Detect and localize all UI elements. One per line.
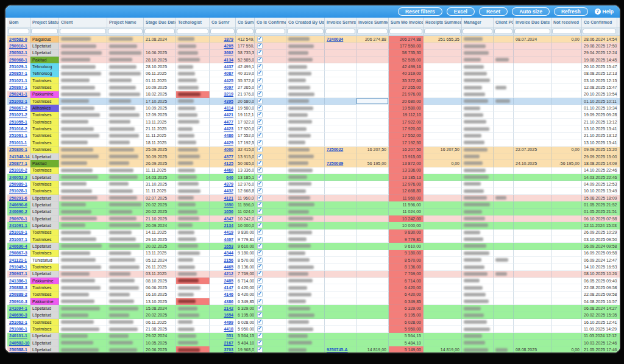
cell-client[interactable] [59,340,107,346]
cell-tech[interactable] [176,188,210,195]
checkbox-checked[interactable]: ✓ [257,140,263,145]
cell-status[interactable]: Tootmises [30,77,59,84]
cell-wo[interactable]: 17 192,50 [389,139,424,146]
cell-pname[interactable] [107,195,144,201]
cell-conf_cb[interactable]: ✓ [255,201,286,208]
cell-status[interactable]: Pakkumine [30,298,59,305]
cell-due[interactable] [514,326,551,332]
filter-input-inv_sum[interactable] [357,29,388,34]
cell-due[interactable] [514,91,551,98]
cell-tech[interactable] [176,229,210,236]
cell-stage[interactable]: 28.10.2025 [144,63,176,70]
cell-bom[interactable]: 251019-1 [7,229,30,236]
cell-notrec[interactable] [551,43,582,49]
col-header-status[interactable]: Project Status [30,18,59,27]
cell-created[interactable] [286,333,325,340]
invoice-sernr-link[interactable]: 7250022 [327,147,343,152]
cell-notrec[interactable] [551,91,582,98]
cell-conf_cb[interactable]: ✓ [255,264,286,270]
cell-tech[interactable] [176,112,210,119]
cell-sum[interactable]: 10 000,00 [236,222,255,229]
cell-bom[interactable]: 240690-2 [7,209,30,215]
co-sernr-link[interactable]: 4465 [224,265,233,269]
cell-conf[interactable]: 29.04.2025 12:24:25 [582,50,617,57]
cell-conf[interactable]: 15.08.2025 18:09:21 [582,195,617,201]
cell-notrec[interactable] [551,195,582,201]
cell-tech[interactable] [176,36,210,43]
cell-wo[interactable]: 11 024,00 [389,209,424,215]
cell-client[interactable] [59,139,107,146]
cell-inv_sum[interactable] [356,264,389,270]
co-sernr-link[interactable]: 3602 [224,51,233,55]
cell-po[interactable] [494,298,514,305]
cell-stage[interactable]: 08.10.2025 [144,278,176,284]
cell-due[interactable] [514,278,551,284]
cell-stage[interactable]: 10.05.2025 [144,340,176,346]
cell-conf[interactable]: 16.09.2025 09:58:12 [582,250,617,257]
cell-bom[interactable]: 241121-1 [7,257,30,264]
cell-tech[interactable] [176,195,210,201]
bom-link[interactable]: 251000-1 [9,327,27,331]
cell-stage[interactable]: 06.06.2025 [144,284,176,291]
cell-client[interactable] [59,153,107,160]
cell-tech[interactable] [176,160,210,167]
cell-bom[interactable]: 250888-3 [7,284,30,291]
cell-stage[interactable]: 20.02.2025 [144,209,176,215]
checkbox-checked[interactable]: ✓ [257,119,263,125]
cell-manager[interactable] [462,333,494,340]
cell-po[interactable] [494,333,514,340]
cell-sum[interactable]: 13 915,00 [236,153,255,160]
cell-sum[interactable]: 6 420,00 [236,292,255,298]
cell-due[interactable] [514,215,551,222]
cell-sum[interactable]: 177 550,00 [236,43,255,49]
cell-inv_sum[interactable] [356,71,389,77]
cell-bom[interactable]: 251055-1 [7,119,30,125]
cell-wo[interactable]: 17 552,00 [389,133,424,139]
checkbox-checked[interactable]: ✓ [257,126,263,131]
cell-due[interactable] [514,201,551,208]
cell-conf_cb[interactable]: ✓ [255,305,286,312]
cell-sernr[interactable]: 646 [210,174,236,181]
cell-conf_cb[interactable]: ✓ [255,181,286,187]
cell-conf[interactable]: 21.10.2025 13:12:17 [582,119,617,125]
cell-pname[interactable] [107,305,144,312]
cell-sum[interactable]: 8 136,00 [236,264,255,270]
cell-created[interactable] [286,312,325,319]
cell-manager[interactable] [462,153,494,160]
bom-link[interactable]: 240690-3 [9,313,27,317]
cell-rec[interactable] [424,222,462,229]
cell-status[interactable]: Lõpetatud [30,346,59,353]
cell-tech[interactable] [176,201,210,208]
co-sernr-link[interactable]: 4429 [224,141,233,145]
cell-sum[interactable]: 6 195,00 [236,312,255,319]
cell-po[interactable] [494,160,514,167]
cell-conf[interactable]: 14.03.2025 22:46:27 [582,174,617,181]
bom-link[interactable]: 251010-2 [9,168,27,172]
cell-status[interactable]: Lõpetatud [30,243,59,250]
cell-inv[interactable] [325,119,356,125]
cell-bom[interactable]: 240690-4 [7,243,30,250]
cell-created[interactable] [286,298,325,305]
cell-sernr[interactable]: 4395 [210,98,236,105]
cell-sum[interactable]: 9 830,00 [236,229,255,236]
checkbox-checked[interactable]: ✓ [257,78,263,83]
cell-status[interactable]: Tootmises [30,147,59,153]
cell-client[interactable] [59,243,107,250]
cell-wo[interactable]: 5 950,00 [389,326,424,332]
cell-status[interactable]: Tootmises [30,84,59,91]
cell-sernr[interactable]: 1653 [210,243,236,250]
cell-po[interactable] [494,71,514,77]
cell-sum[interactable]: 6 028,00 [236,319,255,326]
cell-wo[interactable]: 19 580,00 [389,105,424,111]
cell-sernr[interactable]: 4421 [210,112,236,119]
checkbox-checked[interactable]: ✓ [257,105,263,111]
cell-bom[interactable]: 251028-1 [7,188,30,195]
cell-inv_sum[interactable] [356,188,389,195]
filter-input-manager[interactable] [463,29,492,34]
cell-sernr[interactable]: 4432 [210,188,236,195]
cell-sernr[interactable]: 4147 [210,284,236,291]
cell-sernr[interactable]: 4423 [210,125,236,132]
cell-stage[interactable]: 13.11.2025 [144,119,176,125]
cell-sum[interactable]: 10 242,00 [236,215,255,222]
cell-stage[interactable]: 18.11.2025 [144,139,176,146]
